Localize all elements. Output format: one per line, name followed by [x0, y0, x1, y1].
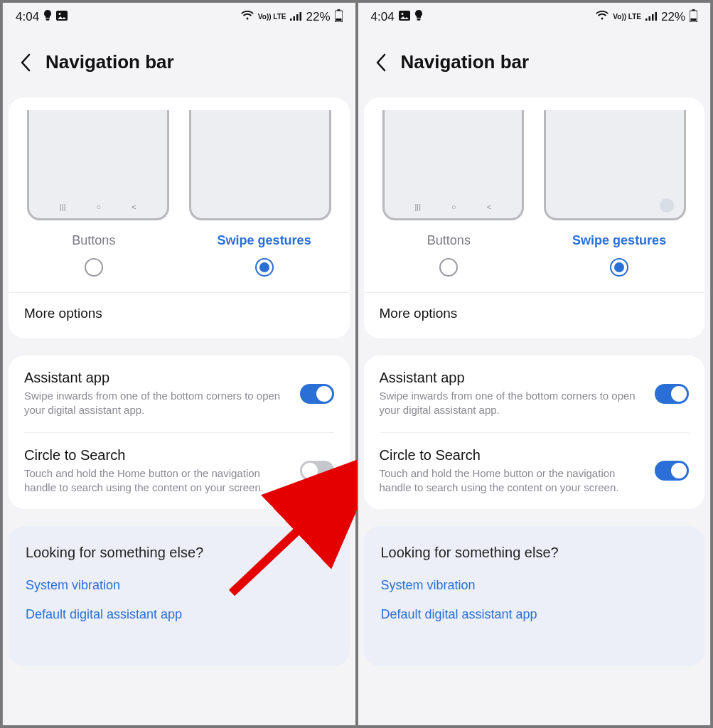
lightbulb-icon [414, 10, 423, 25]
battery-icon [690, 9, 697, 26]
nav-option-buttons[interactable]: Buttons [9, 233, 179, 287]
svg-rect-4 [296, 14, 299, 21]
wifi-icon [596, 10, 609, 24]
svg-rect-17 [692, 9, 695, 11]
status-bar: 4:04 Vo)) LTE 22% [358, 3, 711, 31]
nav-type-card: ||| ○ < Buttons Swipe gestures [9, 97, 350, 338]
link-system-vibration[interactable]: System vibration [26, 578, 333, 593]
home-icon: ○ [451, 203, 456, 211]
svg-rect-7 [337, 9, 340, 11]
more-options-row[interactable]: More options [364, 292, 705, 338]
assistant-row[interactable]: Assistant app Swipe inwards from one of … [9, 355, 350, 432]
back-nav-icon: < [487, 203, 491, 211]
battery-text: 22% [306, 10, 330, 24]
status-time: 4:04 [371, 10, 395, 24]
page-title: Navigation bar [45, 51, 174, 73]
image-icon [56, 10, 68, 24]
svg-rect-5 [300, 12, 302, 21]
nav-option-buttons[interactable]: Buttons [364, 233, 535, 287]
wifi-icon [241, 10, 254, 24]
preview-swipe [189, 110, 331, 220]
circle-search-row[interactable]: Circle to Search Touch and hold the Home… [9, 433, 350, 510]
svg-rect-13 [648, 16, 650, 21]
svg-rect-12 [645, 18, 648, 21]
recent-icon: ||| [60, 203, 66, 211]
image-icon [399, 10, 410, 24]
svg-point-1 [59, 13, 61, 15]
back-button[interactable] [16, 53, 36, 73]
assistant-row[interactable]: Assistant app Swipe inwards from one of … [364, 355, 705, 432]
signal-icon [290, 10, 301, 24]
preview-buttons: ||| ○ < [382, 110, 525, 220]
assistant-toggle[interactable] [300, 384, 334, 404]
toggles-card: Assistant app Swipe inwards from one of … [364, 355, 705, 509]
radio-swipe[interactable] [255, 258, 274, 277]
toggles-card: Assistant app Swipe inwards from one of … [9, 355, 350, 509]
battery-icon [335, 9, 343, 26]
nav-type-card: ||| ○ < Buttons Swipe gestures [364, 97, 705, 338]
circle-search-toggle[interactable] [300, 461, 334, 481]
radio-buttons[interactable] [439, 258, 458, 277]
volte-icon: Vo)) LTE [258, 14, 286, 21]
screenshot-right: 4:04 Vo)) LTE 22% [357, 2, 712, 726]
svg-rect-15 [655, 12, 657, 21]
preview-swipe [544, 110, 686, 220]
link-default-assistant[interactable]: Default digital assistant app [381, 607, 688, 622]
svg-rect-14 [652, 14, 654, 21]
radio-buttons[interactable] [85, 258, 103, 277]
status-bar: 4:04 Vo)) LTE 22% [3, 3, 355, 31]
back-button[interactable] [371, 53, 391, 73]
related-links-card: Looking for something else? System vibra… [364, 526, 705, 666]
page-header: Navigation bar [358, 31, 711, 97]
page-header: Navigation bar [3, 31, 355, 97]
page-title: Navigation bar [401, 51, 530, 73]
home-icon: ○ [97, 203, 102, 211]
gesture-hint-icon [660, 198, 674, 213]
screenshot-left: 4:04 Vo)) LTE 22% [2, 2, 357, 726]
svg-rect-8 [336, 18, 341, 21]
svg-rect-2 [290, 18, 292, 21]
link-default-assistant[interactable]: Default digital assistant app [26, 607, 333, 622]
status-time: 4:04 [16, 10, 39, 24]
recent-icon: ||| [415, 203, 422, 211]
lightbulb-icon [43, 10, 52, 25]
svg-rect-3 [294, 16, 296, 21]
svg-point-11 [401, 13, 403, 15]
radio-swipe[interactable] [610, 258, 628, 277]
volte-icon: Vo)) LTE [613, 14, 641, 21]
nav-option-swipe[interactable]: Swipe gestures [534, 233, 704, 287]
circle-search-toggle[interactable] [655, 461, 689, 481]
back-nav-icon: < [132, 203, 136, 211]
signal-icon [645, 10, 657, 24]
preview-buttons: ||| ○ < [27, 110, 169, 220]
assistant-toggle[interactable] [655, 384, 689, 404]
svg-rect-18 [691, 18, 697, 21]
more-options-row[interactable]: More options [9, 292, 350, 338]
battery-text: 22% [661, 10, 685, 24]
link-system-vibration[interactable]: System vibration [381, 578, 688, 593]
circle-search-row[interactable]: Circle to Search Touch and hold the Home… [364, 433, 705, 510]
nav-option-swipe[interactable]: Swipe gestures [179, 233, 350, 287]
related-links-card: Looking for something else? System vibra… [9, 526, 350, 666]
